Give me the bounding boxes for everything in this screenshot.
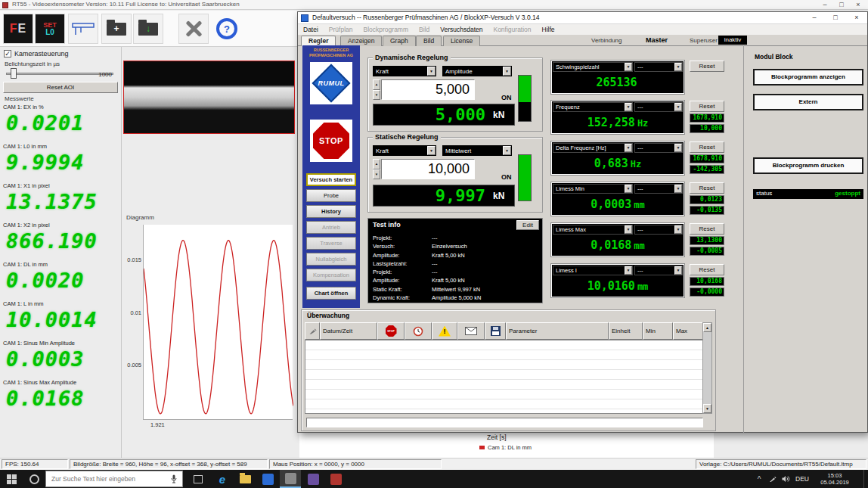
maximize-icon[interactable]: □: [825, 12, 846, 24]
dyn-setpoint-input[interactable]: [381, 79, 475, 100]
monitoring-scrollbar[interactable]: ▲ ▼: [702, 322, 712, 414]
set-l0-button[interactable]: SET L0: [35, 14, 65, 44]
menu-item-datei[interactable]: Datei: [298, 26, 324, 33]
close-icon[interactable]: ×: [846, 12, 867, 24]
file-explorer-button[interactable]: [234, 470, 256, 488]
app-button-1[interactable]: [257, 470, 278, 488]
column-header-max[interactable]: Max: [673, 322, 703, 340]
menu-item-hilfe[interactable]: Hilfe: [537, 26, 560, 33]
maximize-icon[interactable]: □: [833, 0, 850, 10]
tab-graph[interactable]: Graph: [383, 36, 416, 46]
clock-column-header[interactable]: [405, 322, 432, 340]
reset-aoi-button[interactable]: Reset AOI: [3, 82, 118, 93]
column-header-parameter[interactable]: Parameter: [506, 322, 609, 340]
reset-button[interactable]: Reset: [690, 223, 724, 235]
stat-channel-select[interactable]: Kraft ▼: [373, 145, 436, 156]
extern-button[interactable]: Extern: [753, 94, 863, 110]
column-header-einheit[interactable]: Einheit: [609, 322, 643, 340]
column-header-min[interactable]: Min: [643, 322, 673, 340]
dyn-channel-select[interactable]: Kraft ▼: [373, 66, 436, 76]
edge-button[interactable]: e: [212, 470, 233, 488]
warning-column-header[interactable]: !: [432, 322, 457, 340]
tab-license[interactable]: License: [443, 36, 480, 46]
stop-column-header[interactable]: STOP: [377, 322, 405, 340]
reset-button[interactable]: Reset: [690, 264, 724, 275]
dyn-setpoint-stepper[interactable]: ▲ ▼: [373, 79, 380, 100]
show-desktop-button[interactable]: [863, 470, 868, 488]
fe-mode-button[interactable]: FE: [3, 14, 33, 44]
ink-workspace-button[interactable]: [767, 470, 779, 488]
save-column-header[interactable]: [485, 322, 506, 340]
blockxp-taskbar-button[interactable]: [325, 470, 346, 488]
task-view-button[interactable]: [188, 470, 209, 488]
dyn-actual-display: 5,000 kN: [373, 104, 515, 126]
app-button-2[interactable]: [302, 470, 324, 488]
meter-channel-select[interactable]: Frequenz ▼: [553, 102, 633, 112]
chevron-down-icon: ▼: [625, 103, 632, 111]
exposure-slider[interactable]: [6, 73, 113, 75]
blockxp-titlebar[interactable]: Defaultversuch -- Russenberger Prüfmasch…: [298, 12, 867, 24]
menu-item-versuchsdaten[interactable]: Versuchsdaten: [435, 26, 488, 33]
stat-setpoint-stepper[interactable]: ▲ ▼: [373, 159, 380, 179]
step-down-icon[interactable]: ▼: [373, 90, 380, 101]
exposure-slider-thumb[interactable]: [11, 68, 17, 79]
load-folder-button[interactable]: ↓: [133, 14, 163, 44]
step-down-icon[interactable]: ▼: [373, 169, 380, 180]
meter-channel-select[interactable]: Limess I ▼: [553, 266, 633, 275]
microphone-icon[interactable]: [171, 474, 177, 483]
tray-expand-button[interactable]: ^: [752, 470, 766, 488]
meter-channel-select[interactable]: Schwingspielzahl ▼: [553, 62, 633, 72]
blockprogramm-drucken-button[interactable]: Blockprogramm drucken: [753, 157, 863, 174]
reset-button[interactable]: Reset: [690, 182, 724, 194]
reset-button[interactable]: Reset: [690, 101, 724, 112]
tab-anzeigen[interactable]: Anzeigen: [340, 36, 382, 46]
mail-column-header[interactable]: [457, 322, 485, 340]
dyn-mode-select[interactable]: Amplitude ▼: [442, 66, 512, 76]
tab-regler[interactable]: Regler: [301, 36, 336, 46]
history-button[interactable]: History: [306, 205, 356, 218]
tab-bild[interactable]: Bild: [416, 36, 442, 46]
probe-button[interactable]: Probe: [306, 189, 356, 202]
scroll-up-icon[interactable]: ▲: [703, 323, 711, 332]
meter-channel-select[interactable]: Delta Frequenz [Hz] ▼: [553, 143, 633, 153]
versuch-starten-button[interactable]: Versuch starten: [306, 173, 356, 186]
reset-button[interactable]: Reset: [690, 61, 724, 72]
cortana-button[interactable]: [23, 470, 45, 488]
start-button[interactable]: [0, 470, 23, 488]
close-icon[interactable]: ×: [850, 0, 866, 10]
x-tick: 1.921: [150, 421, 165, 428]
minimize-icon[interactable]: –: [817, 0, 833, 10]
column-header-datetime[interactable]: Datum/Zeit: [320, 322, 377, 340]
new-folder-button[interactable]: +: [101, 14, 132, 44]
clock[interactable]: 15:03 05.04.2019: [814, 470, 856, 488]
minimize-icon[interactable]: –: [804, 12, 825, 24]
rt55-taskbar-button[interactable]: [280, 470, 301, 488]
camera-checkbox[interactable]: ✓: [4, 50, 11, 58]
step-up-icon[interactable]: ▲: [373, 159, 380, 169]
meter-mode-select[interactable]: --- ▼: [634, 62, 683, 72]
emergency-stop-button[interactable]: STOP: [310, 120, 352, 162]
meter-channel-select[interactable]: Limess Max ▼: [553, 225, 633, 235]
step-up-icon[interactable]: ▲: [373, 79, 380, 90]
stat-setpoint-input[interactable]: [381, 159, 475, 179]
blockprogramm-anzeigen-button[interactable]: Blockprogramm anzeigen: [753, 69, 863, 85]
edit-button[interactable]: Edit: [516, 220, 539, 230]
meter-mode-select[interactable]: --- ▼: [634, 102, 683, 112]
volume-button[interactable]: [780, 470, 792, 488]
meter-mode-select[interactable]: --- ▼: [634, 184, 683, 194]
help-button[interactable]: ?: [212, 14, 242, 44]
chart-oeffnen-button[interactable]: Chart öffnen: [306, 287, 356, 300]
scroll-down-icon[interactable]: ▼: [703, 404, 711, 413]
tools-button[interactable]: [178, 14, 209, 44]
caliper-button[interactable]: [68, 14, 98, 44]
stat-mode-select[interactable]: Mittelwert ▼: [442, 145, 512, 156]
meter-mode-select[interactable]: --- ▼: [634, 266, 683, 275]
reset-button[interactable]: Reset: [690, 141, 724, 153]
meter-channel-select[interactable]: Limess Min ▼: [553, 184, 633, 194]
meter-mode-select[interactable]: --- ▼: [634, 225, 683, 235]
menubar: Datei Prüfplan Blockprogramm Bild Versuc…: [298, 24, 867, 35]
meter-mode-select[interactable]: --- ▼: [634, 143, 683, 153]
search-input[interactable]: [45, 471, 183, 487]
language-indicator[interactable]: DEU: [792, 470, 812, 488]
edit-column-header[interactable]: [305, 322, 320, 340]
